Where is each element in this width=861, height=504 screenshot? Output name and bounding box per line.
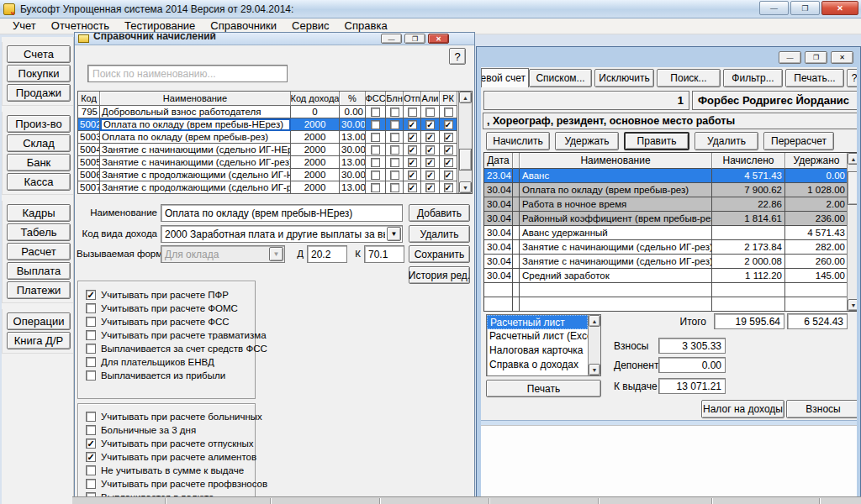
col-otp[interactable]: Отп [404,92,421,106]
checkbox-row[interactable]: ✓Учитывать при расчете алиментов [78,450,255,464]
table-row[interactable]: 5003 Оплата по окладу (врем пребыв-рез) … [78,131,459,144]
col-fss[interactable]: ФСС [366,92,386,106]
col-rk[interactable]: РК [440,92,457,106]
list-item[interactable]: Расчетный лист (Exce [487,329,588,344]
checkbox-row[interactable]: Учитывать при расчете больничных [78,410,255,423]
col-ali[interactable]: Али [421,92,440,106]
payroll-row[interactable]: 30.04 Средний заработок 1 112.20 145.00 [484,269,848,283]
sidebar-item-prodazhi[interactable]: Продажи [7,84,71,102]
close-icon[interactable]: ✕ [428,34,449,44]
edit-button[interactable]: Править [624,132,689,150]
checkbox-icon[interactable]: ✓ [86,452,96,462]
table-row[interactable]: 5005 Занятие с начинающими (сдельно ИГ-р… [78,156,459,169]
minimize-icon[interactable]: — [759,1,789,15]
help-button[interactable]: ? [847,69,857,87]
scroll-up-icon[interactable]: ▲ [848,153,857,165]
otp-checkbox[interactable]: ✓ [408,171,417,180]
checkbox-row[interactable]: Выплачивается за счет средств ФСС [78,342,255,355]
restore-icon[interactable]: ❐ [790,1,820,15]
scroll-down-icon[interactable]: ▼ [459,181,472,193]
report-listbox[interactable]: Расчетный лист Расчетный лист (Exce Нало… [486,314,601,376]
sidebar-item-tabel[interactable]: Табель [7,223,71,241]
chevron-down-icon[interactable]: ▼ [387,227,401,241]
checkbox-row[interactable]: ✓Учитывать при расчете ПФР [78,288,255,302]
rk-checkbox[interactable]: ✓ [444,158,453,167]
sidebar-item-operacii[interactable]: Операции [7,312,71,330]
fss-checkbox[interactable] [371,183,380,192]
ali-checkbox[interactable]: ✓ [425,158,435,167]
debit-input[interactable] [311,249,343,260]
checkbox-row[interactable]: Учитывать при расчете травматизма [78,328,255,342]
sidebar-item-kadry[interactable]: Кадры [7,204,71,222]
withhold-button[interactable]: Удержать [555,132,619,150]
income-code-select[interactable]: 2000 Заработная плата и другие выплаты з… [161,225,403,243]
ali-checkbox[interactable] [425,108,435,117]
scroll-down-icon[interactable]: ▼ [589,364,600,375]
checkbox-icon[interactable] [86,317,96,327]
checkbox-icon[interactable] [86,330,96,340]
payroll-row[interactable]: 30.04 Аванс удержанный 4 571.43 [484,226,848,240]
sidebar-item-kniga[interactable]: Книга Д/Р [7,332,71,349]
payroll-row[interactable]: 30.04 Занятие с начинающими (сдельно ИГ-… [484,240,848,255]
checkbox-icon[interactable]: ✓ [86,290,96,300]
contributions-button[interactable]: Взносы [786,400,857,418]
fss-checkbox[interactable] [371,108,380,117]
ali-checkbox[interactable]: ✓ [425,183,435,192]
checkbox-row[interactable]: Учитывать при расчете профвзносов [78,477,255,491]
checkbox-row[interactable]: Выплачивается из прибыли [78,369,255,382]
col-withheld[interactable]: Удержано [785,153,848,169]
otp-checkbox[interactable]: ✓ [408,120,417,129]
tab-personal-account[interactable]: Лицевой счет [481,68,529,87]
scrollbar-thumb[interactable] [459,149,472,171]
fss-checkbox[interactable] [371,158,380,167]
list-button[interactable]: Списком... [529,69,592,87]
restore-icon[interactable]: ❐ [404,34,425,44]
debit-field[interactable] [307,245,347,263]
checkbox-icon[interactable] [86,370,96,381]
payroll-row-selected[interactable]: 23.04 Аванс 4 571.43 0.00 [484,169,848,183]
menu-uchet[interactable]: Учет [5,18,44,34]
rk-checkbox[interactable] [444,108,453,117]
col-percent[interactable]: % [340,92,366,106]
bln-checkbox[interactable] [390,120,399,129]
rk-checkbox[interactable]: ✓ [444,171,453,180]
search-input[interactable] [87,65,288,82]
sidebar-item-vyplata[interactable]: Выплата [7,262,71,280]
sidebar-item-platezhi[interactable]: Платежи [7,281,71,299]
help-button[interactable]: ? [449,48,466,65]
list-item[interactable]: Налоговая карточка [487,344,588,358]
vertical-scrollbar[interactable]: ▲ ▼ [458,92,472,193]
ali-checkbox[interactable]: ✓ [425,145,435,155]
bln-checkbox[interactable] [390,133,399,142]
fss-checkbox[interactable] [371,133,380,142]
fss-checkbox[interactable] [371,145,380,155]
table-row[interactable]: 5006 Занятие с продолжающими (сдельно ИГ… [78,169,459,181]
table-row-selected[interactable]: 5002 Оплата по окладу (врем пребыв-НЕрез… [78,118,459,131]
search-button[interactable]: Поиск... [657,69,721,87]
payroll-row[interactable]: 30.04 Занятие с начинающими (сдельно ИГ-… [484,255,848,269]
restore-icon[interactable]: ❐ [805,51,827,64]
credit-input[interactable] [368,249,400,260]
add-button[interactable]: Добавить [409,204,470,222]
col-accrued[interactable]: Начислено [712,153,785,169]
recalc-button[interactable]: Перерасчет [763,132,834,150]
delete-button[interactable]: Удалить [695,132,758,150]
ali-checkbox[interactable]: ✓ [425,171,435,180]
name-field[interactable] [161,204,403,222]
close-icon[interactable]: ✕ [821,1,858,15]
table-row[interactable]: 5004 Занятие с начинающими (сдельно ИГ-Н… [78,144,459,156]
sidebar-item-raschet[interactable]: Расчет [7,243,71,260]
checkbox-row[interactable]: Для плательщиков ЕНВД [78,355,255,369]
col-code[interactable]: Код [78,92,100,106]
scroll-up-icon[interactable]: ▲ [589,315,600,327]
col-name[interactable]: Наименование [520,153,712,169]
checkbox-icon[interactable] [86,425,96,435]
credit-field[interactable] [364,245,404,263]
otp-checkbox[interactable]: ✓ [408,183,417,192]
payroll-row[interactable]: 30.04 Районный коэффициент (врем пребыв-… [484,212,848,226]
history-button[interactable]: История ред. [409,266,470,284]
otp-checkbox[interactable]: ✓ [408,133,417,142]
sidebar-item-sklad[interactable]: Склад [7,134,71,152]
bln-checkbox[interactable] [390,171,399,180]
checkbox-icon[interactable] [86,479,96,489]
